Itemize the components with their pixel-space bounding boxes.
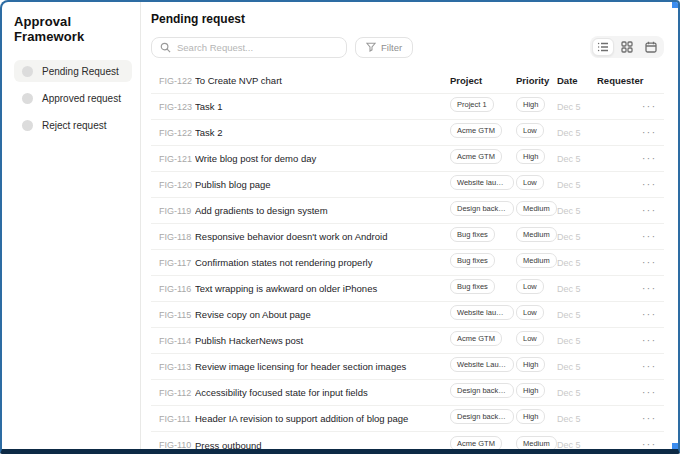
row-task: Publish HackerNews post: [195, 335, 450, 346]
sidebar-item-reject-request[interactable]: Reject request: [14, 114, 132, 136]
row-task: Header IA revision to support addition o…: [195, 413, 450, 424]
row-task: Task 1: [195, 101, 450, 112]
row-id: FIG-120: [151, 180, 195, 190]
row-menu-button[interactable]: ···: [642, 414, 664, 424]
row-menu-button[interactable]: ···: [642, 440, 664, 450]
column-header-project: Project: [450, 75, 516, 86]
search-input[interactable]: [177, 42, 338, 53]
row-date: Dec 5: [557, 310, 597, 320]
row-menu-button[interactable]: ···: [642, 206, 664, 216]
row-date: Dec 5: [557, 206, 597, 216]
row-menu-button[interactable]: ···: [642, 102, 664, 112]
row-task: Press outbound: [195, 440, 450, 451]
table-row[interactable]: FIG-118 Responsive behavior doesn't work…: [151, 224, 664, 250]
table-row[interactable]: FIG-122 Task 2 Acme GTM Low Dec 5 ···: [151, 120, 664, 146]
sidebar-item-label: Approved request: [42, 93, 121, 104]
row-task: To Create NVP chart: [195, 75, 450, 86]
row-id: FIG-122: [151, 76, 195, 86]
project-badge: Project 1: [450, 97, 494, 112]
row-date: Dec 5: [557, 336, 597, 346]
column-header-date: Date: [557, 75, 597, 86]
row-menu-button[interactable]: ···: [642, 336, 664, 346]
main-panel: Pending request Filter: [141, 2, 678, 449]
project-badge: Acme GTM: [450, 331, 502, 346]
row-id: FIG-114: [151, 336, 195, 346]
status-dot-icon: [22, 93, 33, 104]
filter-button[interactable]: Filter: [355, 37, 413, 58]
priority-badge: High: [516, 357, 545, 372]
row-menu-button[interactable]: ···: [642, 388, 664, 398]
grid-view-icon: [621, 41, 633, 53]
row-menu-button[interactable]: ···: [642, 180, 664, 190]
table-row[interactable]: FIG-112 Accessibility focused state for …: [151, 380, 664, 406]
row-id: FIG-118: [151, 232, 195, 242]
priority-badge: Low: [516, 279, 544, 294]
table-row[interactable]: FIG-117 Confirmation states not renderin…: [151, 250, 664, 276]
row-menu-button[interactable]: ···: [642, 362, 664, 372]
row-date: Dec 5: [557, 258, 597, 268]
row-task: Write blog post for demo day: [195, 153, 450, 164]
row-date: Dec 5: [557, 284, 597, 294]
priority-badge: Low: [516, 331, 544, 346]
row-menu-button[interactable]: ···: [642, 232, 664, 242]
table-row[interactable]: FIG-123 Task 1 Project 1 High Dec 5 ···: [151, 94, 664, 120]
project-badge: Bug fixes: [450, 227, 495, 242]
column-header-requester: Requester: [597, 75, 642, 86]
row-id: FIG-119: [151, 206, 195, 216]
search-box[interactable]: [151, 37, 347, 58]
table-row[interactable]: FIG-120 Publish blog page Website launch…: [151, 172, 664, 198]
table-row[interactable]: FIG-113 Review image licensing for heade…: [151, 354, 664, 380]
row-task: Revise copy on About page: [195, 309, 450, 320]
row-date: Dec 5: [557, 232, 597, 242]
status-dot-icon: [22, 120, 33, 131]
row-date: Dec 5: [557, 388, 597, 398]
grid-view-button[interactable]: [616, 38, 638, 56]
project-badge: Website launch: [450, 305, 514, 320]
calendar-view-icon: [645, 41, 657, 53]
row-task: Accessibility focused state for input fi…: [195, 387, 450, 398]
row-menu-button[interactable]: ···: [642, 284, 664, 294]
priority-badge: Medium: [516, 227, 557, 242]
row-id: FIG-111: [151, 414, 195, 424]
selection-handle-icon[interactable]: [672, 2, 678, 8]
project-badge: Acme GTM: [450, 436, 502, 451]
priority-badge: Medium: [516, 436, 557, 451]
table-row[interactable]: FIG-116 Text wrapping is awkward on olde…: [151, 276, 664, 302]
row-task: Responsive behavior doesn't work on Andr…: [195, 231, 450, 242]
row-task: Publish blog page: [195, 179, 450, 190]
app-window: Approval Framework Pending Request Appro…: [0, 0, 680, 454]
project-badge: Design backlog: [450, 409, 514, 424]
selection-handle-icon[interactable]: [672, 443, 678, 449]
row-menu-button[interactable]: ···: [642, 154, 664, 164]
row-task: Text wrapping is awkward on older iPhone…: [195, 283, 450, 294]
row-date: Dec 5: [557, 102, 597, 112]
row-menu-button[interactable]: ···: [642, 310, 664, 320]
priority-badge: Medium: [516, 253, 557, 268]
list-view-button[interactable]: [592, 38, 614, 56]
priority-badge: Low: [516, 305, 544, 320]
row-id: FIG-116: [151, 284, 195, 294]
sidebar: Approval Framework Pending Request Appro…: [2, 2, 141, 449]
row-date: Dec 5: [557, 154, 597, 164]
table-header-row[interactable]: FIG-122 To Create NVP chart Project Prio…: [151, 68, 664, 94]
request-table: FIG-122 To Create NVP chart Project Prio…: [151, 68, 664, 449]
row-menu-button[interactable]: ···: [642, 128, 664, 138]
table-row[interactable]: FIG-119 Add gradients to design system D…: [151, 198, 664, 224]
project-badge: Website Launch: [450, 357, 514, 372]
table-row[interactable]: FIG-115 Revise copy on About page Websit…: [151, 302, 664, 328]
table-row[interactable]: FIG-111 Header IA revision to support ad…: [151, 406, 664, 432]
table-row[interactable]: FIG-110 Press outbound Acme GTM Medium D…: [151, 432, 664, 454]
table-row[interactable]: FIG-121 Write blog post for demo day Acm…: [151, 146, 664, 172]
priority-badge: High: [516, 383, 545, 398]
row-menu-button[interactable]: ···: [642, 258, 664, 268]
sidebar-item-pending-request[interactable]: Pending Request: [14, 60, 132, 82]
priority-badge: High: [516, 97, 545, 112]
row-task: Confirmation states not rendering proper…: [195, 257, 450, 268]
sidebar-item-approved-request[interactable]: Approved request: [14, 87, 132, 109]
row-date: Dec 5: [557, 414, 597, 424]
row-id: FIG-115: [151, 310, 195, 320]
table-row[interactable]: FIG-114 Publish HackerNews post Acme GTM…: [151, 328, 664, 354]
row-id: FIG-112: [151, 388, 195, 398]
row-task: Review image licensing for header sectio…: [195, 361, 450, 372]
calendar-view-button[interactable]: [640, 38, 662, 56]
